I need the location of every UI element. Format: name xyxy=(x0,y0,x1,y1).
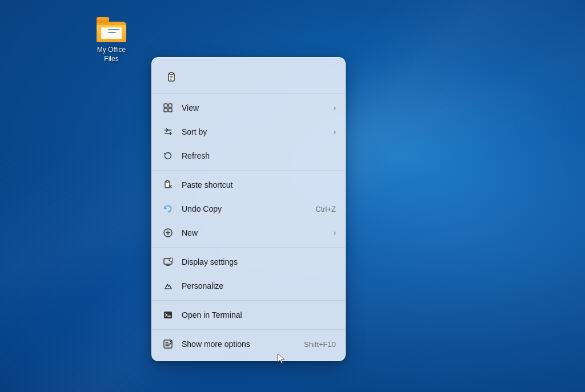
svg-rect-7 xyxy=(164,108,167,112)
desktop-icon-label: My OfficeFiles xyxy=(97,46,126,63)
folder-icon xyxy=(97,17,126,42)
menu-item-personalize[interactable]: Personalize xyxy=(152,274,345,298)
display-icon xyxy=(161,255,175,269)
undo-copy-shortcut: Ctrl+Z xyxy=(315,205,336,213)
svg-rect-6 xyxy=(169,104,172,107)
grid-icon xyxy=(161,101,175,115)
divider-3 xyxy=(152,300,345,301)
menu-item-terminal-label: Open in Terminal xyxy=(182,310,336,320)
desktop-icon-my-office-files[interactable]: My OfficeFiles xyxy=(89,17,134,63)
context-menu-top-icons xyxy=(152,62,345,94)
svg-rect-21 xyxy=(164,312,172,318)
svg-point-19 xyxy=(169,258,173,261)
paste-shortcut-icon xyxy=(161,178,175,192)
menu-item-undo-copy-label: Undo Copy xyxy=(182,204,315,213)
menu-item-show-more-label: Show more options xyxy=(182,340,304,349)
menu-item-display-settings-label: Display settings xyxy=(182,257,336,266)
menu-item-undo-copy[interactable]: Undo Copy Ctrl+Z xyxy=(152,197,345,221)
sort-icon xyxy=(161,125,175,139)
terminal-icon xyxy=(161,308,175,322)
divider-1 xyxy=(152,170,345,171)
svg-rect-5 xyxy=(164,104,167,107)
view-arrow-icon: › xyxy=(334,104,336,112)
svg-rect-8 xyxy=(169,108,172,112)
menu-item-sort-by[interactable]: Sort by › xyxy=(152,120,345,144)
new-arrow-icon: › xyxy=(334,229,336,237)
menu-item-show-more-options[interactable]: Show more options Shift+F10 xyxy=(152,332,345,356)
menu-item-new[interactable]: New › xyxy=(152,221,345,245)
paste-button[interactable] xyxy=(161,67,182,87)
svg-rect-1 xyxy=(170,72,173,75)
sort-arrow-icon: › xyxy=(334,128,336,136)
svg-rect-12 xyxy=(166,181,169,183)
menu-item-refresh-label: Refresh xyxy=(182,151,336,160)
menu-item-open-terminal[interactable]: Open in Terminal xyxy=(152,303,345,327)
context-menu: View › Sort by › Refresh xyxy=(151,57,346,361)
menu-item-refresh[interactable]: Refresh xyxy=(152,144,345,168)
refresh-icon xyxy=(161,149,175,163)
menu-item-view[interactable]: View › xyxy=(152,96,345,120)
more-icon xyxy=(161,337,175,351)
menu-item-display-settings[interactable]: Display settings xyxy=(152,250,345,274)
new-icon xyxy=(161,226,175,240)
menu-item-new-label: New xyxy=(182,228,329,237)
divider-2 xyxy=(152,247,345,248)
personalize-icon xyxy=(161,279,175,293)
undo-icon xyxy=(161,202,175,216)
divider-4 xyxy=(152,329,345,330)
menu-item-personalize-label: Personalize xyxy=(182,281,336,290)
menu-item-view-label: View xyxy=(182,103,329,112)
show-more-shortcut: Shift+F10 xyxy=(304,340,336,349)
menu-item-sort-label: Sort by xyxy=(182,127,329,136)
menu-item-paste-shortcut[interactable]: Paste shortcut xyxy=(152,173,345,197)
menu-item-paste-shortcut-label: Paste shortcut xyxy=(182,180,336,189)
